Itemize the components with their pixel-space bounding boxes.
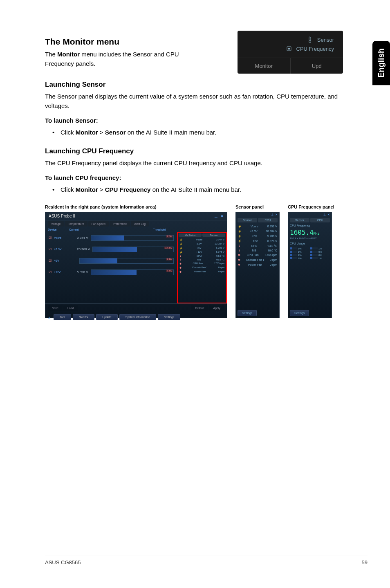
footer-button: Settings (158, 314, 180, 320)
thermometer-icon (307, 36, 313, 43)
voltage-row: ☑ Vcore 0.944 V 1.6A (49, 233, 174, 242)
monitor-button: Monitor (238, 58, 291, 74)
sensor-row: ✱Power Fan0 rpm (238, 263, 278, 267)
probe-tab: Preference (110, 221, 130, 227)
footer-button: Update (96, 314, 118, 320)
intro-prefix: The (45, 51, 57, 58)
pin-icon: ⊥ (323, 213, 326, 216)
probe-button: Default (191, 305, 208, 311)
close-icon: ✕ (220, 214, 224, 218)
sensor-row: ✱CPU Fan1766 rpm (238, 253, 278, 258)
sensor-row: ⚡+5V5.200 V (238, 234, 278, 239)
col-header: Threshold (94, 228, 224, 231)
sensor-row: ⚡+12V8.078 V (238, 239, 278, 244)
cpu-core: 0% (310, 251, 330, 253)
panel-tab: Sensor (290, 218, 309, 222)
side-tab: Sensor (202, 233, 225, 237)
launch-cpu-heading: To launch CPU frequency: (45, 174, 345, 181)
probe-window: ASUS Probe II ⊥ ✕ Voltage Temperature Fa… (45, 212, 227, 318)
sensor-row: ✱Power Fan0 rpm (179, 270, 225, 274)
cpu-core: 1% (290, 247, 309, 250)
sensor-row: 🌡CPU94.0 °C (179, 254, 225, 258)
footer-button: Tool (54, 314, 71, 320)
section-heading-cpu: Launching CPU Frequency (45, 147, 345, 155)
close-icon: ✕ (275, 213, 278, 216)
sensor-row: ✱CPU Fan1755 rpm (179, 262, 225, 265)
caption-resident: Resident in the right pane (system infor… (45, 204, 227, 209)
menu-item-sensor: Sensor (307, 36, 334, 43)
sensor-row: 🌡MB96.0 °C (238, 248, 278, 253)
probe-button: Save (48, 305, 63, 311)
probe-tab: Voltage (48, 221, 64, 227)
sensor-description: The Sensor panel displays the current va… (45, 92, 345, 110)
chip-icon (286, 45, 292, 52)
sensor-row: 🌡MB95.5 °C (179, 258, 225, 261)
asus-logo: ⟁ (48, 315, 50, 319)
sensor-row: ⚡+3.3V10.384 V (238, 229, 278, 234)
cpu-core: 2% (290, 254, 309, 256)
col-header: Device (48, 228, 68, 231)
cpu-frequency-panel: ⊥ ✕ Sensor CPU CPU Frequency 1605.4MHz 1… (288, 212, 332, 318)
cpu-core: 1% (290, 251, 309, 253)
voltage-row: ☑ +3.3V 20.368 V 14.8A (49, 245, 174, 254)
probe-button: Apply (209, 305, 224, 311)
probe-tab: Alert Log (131, 221, 149, 227)
sensor-row: ⚡+5V5.206 V (179, 246, 225, 250)
panel-tab: Sensor (238, 218, 257, 222)
probe-tab: Fan Speed (88, 221, 109, 227)
footer-page-number: 59 (362, 559, 368, 566)
sensor-instruction: Click Monitor > Sensor on the AI Suite I… (61, 128, 345, 137)
sensor-row: ✱Chassis Fan 10 rpm (179, 266, 225, 269)
panel-tab: CPU (310, 218, 330, 222)
sensor-row: ⚡Vcore0.944 V (179, 238, 225, 242)
menu-label-sensor: Sensor (317, 37, 334, 43)
update-button: Upd (291, 58, 343, 74)
pin-icon: ⊥ (271, 213, 273, 216)
cpu-description: The CPU Frequency panel displays the cur… (45, 159, 345, 168)
probe-title: ASUS Probe II (49, 214, 75, 218)
voltage-row: ☑ +5V 9.4A (49, 256, 174, 265)
intro-text: The Monitor menu includes the Sensor and… (45, 50, 200, 68)
intro-bold: Monitor (57, 51, 80, 58)
probe-sidebar: My Status Sensor ⚡Vcore0.944 V ⚡+3.3V10.… (177, 232, 227, 303)
caption-cpu: CPU Frequency panel (288, 204, 334, 209)
footer-model: ASUS CG8565 (45, 559, 81, 566)
svg-rect-3 (288, 48, 290, 49)
footer-button: System Information (119, 314, 156, 320)
cpu-freq-value: 1605.4MHz (290, 227, 330, 237)
panel-tab: CPU (258, 218, 278, 222)
section-heading-sensor: Launching Sensor (45, 81, 345, 89)
language-tab: English (372, 41, 390, 85)
menu-item-cpu-frequency: CPU Frequency (286, 45, 334, 52)
sensor-row: ⚡Vcore0.952 V (238, 224, 278, 229)
cpu-core: 1% (310, 257, 330, 260)
sensor-panel: ⊥ ✕ Sensor CPU ⚡Vcore0.952 V ⚡+3.3V10.38… (235, 212, 280, 318)
close-icon: ✕ (327, 213, 330, 216)
cpu-core: 1% (310, 247, 330, 250)
sensor-row: 🌡CPU94.0 °C (238, 244, 278, 248)
cpu-core: 0% (310, 254, 330, 256)
pin-icon: ⊥ (214, 214, 218, 218)
svg-rect-0 (309, 37, 311, 41)
probe-tab: Temperature (65, 221, 87, 227)
footer-button: Monitor (73, 314, 94, 320)
cpu-core: 1% (290, 257, 309, 260)
sensor-row: ✱Chassis Fan 10 rpm (238, 258, 278, 263)
side-tab: My Status (179, 233, 202, 237)
cpu-usage-label: CPU Usage (290, 242, 330, 245)
sensor-row: ⚡+12V8.078 V (179, 250, 225, 254)
probe-button: Load (63, 305, 78, 311)
caption-sensor: Sensor panel (235, 204, 280, 209)
sensor-row: ⚡+3.3V10.384 V (179, 242, 225, 246)
cpu-sub-info: 100.3 × 16.0 Turbo EIST (290, 237, 330, 240)
settings-button: Settings (290, 310, 309, 316)
monitor-menu-screenshot: Sensor CPU Frequency Monitor Upd (238, 31, 343, 74)
cpu-freq-label: CPU Frequency (290, 224, 330, 227)
menu-label-cpu: CPU Frequency (296, 46, 334, 52)
cpu-instruction: Click Monitor > CPU Frequency on the AI … (61, 185, 345, 195)
settings-button: Settings (238, 310, 257, 316)
voltage-row: ☑ +12V 5.098 V 7.8A (49, 268, 174, 277)
col-header: Current (69, 228, 94, 231)
launch-sensor-heading: To launch Sensor: (45, 117, 345, 124)
